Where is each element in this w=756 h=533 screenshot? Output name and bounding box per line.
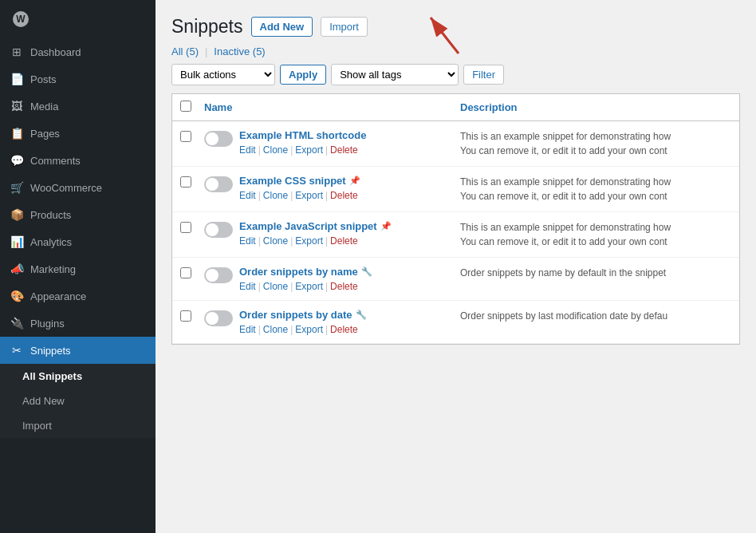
sidebar-item-analytics[interactable]: 📊 Analytics xyxy=(0,228,156,255)
snippet-name-text: Example CSS snippet xyxy=(239,175,346,187)
snippets-submenu: All Snippets Add New Import xyxy=(0,364,156,438)
row-toggle-cell[interactable] xyxy=(204,129,239,147)
row-checkbox-cell[interactable] xyxy=(180,129,204,144)
action-delete[interactable]: Delete xyxy=(330,324,358,335)
sidebar-item-products[interactable]: 📦 Products xyxy=(0,201,156,228)
action-edit[interactable]: Edit xyxy=(239,235,256,247)
import-button[interactable]: Import xyxy=(321,17,368,37)
action-edit[interactable]: Edit xyxy=(239,324,256,335)
products-icon: 📦 xyxy=(10,207,24,222)
appearance-icon: 🎨 xyxy=(10,289,24,303)
sidebar-item-label: Media xyxy=(30,101,146,113)
sidebar-item-marketing[interactable]: 📣 Marketing xyxy=(0,255,156,282)
snippet-toggle[interactable] xyxy=(204,222,233,238)
filter-button[interactable]: Filter xyxy=(463,65,504,85)
snippet-toggle[interactable] xyxy=(204,176,233,192)
row-checkbox-cell[interactable] xyxy=(180,266,204,281)
column-desc-header[interactable]: Description xyxy=(460,101,731,113)
action-delete[interactable]: Delete xyxy=(330,144,358,156)
snippet-toggle[interactable] xyxy=(204,131,233,147)
submenu-item-import[interactable]: Import xyxy=(0,413,156,438)
row-content-cell: Example JavaScript snippet📌 Edit|Clone|E… xyxy=(239,220,460,247)
filter-inactive[interactable]: Inactive (5) xyxy=(214,45,265,57)
row-checkbox[interactable] xyxy=(180,310,191,322)
header-checkbox-cell[interactable] xyxy=(180,101,204,114)
action-export[interactable]: Export xyxy=(295,190,323,201)
action-delete[interactable]: Delete xyxy=(330,235,358,247)
table-row: Example CSS snippet📌 Edit|Clone|Export|D… xyxy=(172,167,739,212)
action-export[interactable]: Export xyxy=(295,235,323,247)
snippet-actions: Edit|Clone|Export|Delete xyxy=(239,324,460,335)
row-toggle-cell[interactable] xyxy=(204,175,239,192)
sidebar-item-label: Snippets xyxy=(30,345,146,357)
snippet-toggle[interactable] xyxy=(204,310,233,326)
sidebar-item-label: Products xyxy=(30,209,146,221)
snippet-name-link[interactable]: Example JavaScript snippet📌 xyxy=(239,220,392,232)
action-clone[interactable]: Clone xyxy=(263,281,288,292)
pages-icon: 📋 xyxy=(10,126,24,140)
row-checkbox-cell[interactable] xyxy=(180,220,204,235)
sidebar-item-posts[interactable]: 📄 Posts xyxy=(0,65,156,93)
snippet-name-link[interactable]: Example HTML shortcode xyxy=(239,129,366,141)
sidebar-item-dashboard[interactable]: ⊞ Dashboard xyxy=(0,38,156,65)
row-checkbox[interactable] xyxy=(180,176,191,188)
row-checkbox-cell[interactable] xyxy=(180,309,204,324)
action-delete[interactable]: Delete xyxy=(330,281,358,292)
action-export[interactable]: Export xyxy=(295,144,323,156)
snippet-name-link[interactable]: Order snippets by date🔧 xyxy=(239,309,367,321)
filter-bar: All (5) | Inactive (5) xyxy=(171,45,740,57)
row-toggle-cell[interactable] xyxy=(204,266,239,283)
snippet-toggle[interactable] xyxy=(204,267,233,283)
marketing-icon: 📣 xyxy=(10,262,24,276)
sidebar-item-woocommerce[interactable]: 🛒 WooCommerce xyxy=(0,174,156,201)
sidebar-item-label: Plugins xyxy=(30,318,146,330)
sidebar-item-appearance[interactable]: 🎨 Appearance xyxy=(0,282,156,310)
submenu-item-add-new[interactable]: Add New xyxy=(0,389,156,413)
sidebar-item-plugins[interactable]: 🔌 Plugins xyxy=(0,310,156,337)
snippets-table: Name Description Example HTML shortcode … xyxy=(171,93,740,345)
desc-line1: Order snippets by last modification date… xyxy=(460,309,731,323)
action-edit[interactable]: Edit xyxy=(239,190,256,201)
action-clone[interactable]: Clone xyxy=(263,144,288,156)
filter-all[interactable]: All (5) xyxy=(171,45,199,57)
column-name-header[interactable]: Name xyxy=(204,101,460,113)
action-clone[interactable]: Clone xyxy=(263,324,288,335)
snippet-actions: Edit|Clone|Export|Delete xyxy=(239,144,460,156)
action-delete[interactable]: Delete xyxy=(330,190,358,201)
action-edit[interactable]: Edit xyxy=(239,144,256,156)
row-toggle-cell[interactable] xyxy=(204,309,239,326)
comments-icon: 💬 xyxy=(10,153,24,168)
action-clone[interactable]: Clone xyxy=(263,190,288,201)
bulk-actions-select[interactable]: Bulk actions xyxy=(171,64,275,85)
sidebar-item-pages[interactable]: 📋 Pages xyxy=(0,120,156,147)
sidebar-item-label: Marketing xyxy=(30,263,146,275)
row-content-cell: Example CSS snippet📌 Edit|Clone|Export|D… xyxy=(239,175,460,201)
action-export[interactable]: Export xyxy=(295,281,323,292)
row-checkbox[interactable] xyxy=(180,222,191,233)
row-checkbox[interactable] xyxy=(180,267,191,278)
select-all-checkbox[interactable] xyxy=(180,101,191,112)
sidebar-item-media[interactable]: 🖼 Media xyxy=(0,93,156,120)
submenu-item-all-snippets[interactable]: All Snippets xyxy=(0,364,156,389)
row-checkbox-cell[interactable] xyxy=(180,175,204,190)
desc-line2: You can remove it, or edit it to add you… xyxy=(460,189,731,203)
media-icon: 🖼 xyxy=(10,99,24,113)
filter-inactive-count: (5) xyxy=(253,45,266,57)
row-toggle-cell[interactable] xyxy=(204,220,239,238)
row-content-cell: Order snippets by name🔧 Edit|Clone|Expor… xyxy=(239,266,460,292)
action-export[interactable]: Export xyxy=(295,324,323,335)
show-all-tags-select[interactable]: Show all tags xyxy=(331,64,459,85)
action-edit[interactable]: Edit xyxy=(239,281,256,292)
action-clone[interactable]: Clone xyxy=(263,235,288,247)
row-desc-cell: This is an example snippet for demonstra… xyxy=(460,175,731,203)
submenu-label: All Snippets xyxy=(22,370,146,382)
snippet-name-link[interactable]: Order snippets by name🔧 xyxy=(239,266,372,278)
posts-icon: 📄 xyxy=(10,72,24,86)
apply-button[interactable]: Apply xyxy=(280,65,326,85)
snippet-name-link[interactable]: Example CSS snippet📌 xyxy=(239,175,360,187)
sidebar-item-comments[interactable]: 💬 Comments xyxy=(0,147,156,174)
filter-inactive-label: Inactive xyxy=(214,45,250,57)
sidebar-item-snippets[interactable]: ✂ Snippets xyxy=(0,337,156,364)
row-checkbox[interactable] xyxy=(180,131,191,142)
add-new-button[interactable]: Add New xyxy=(251,17,313,37)
